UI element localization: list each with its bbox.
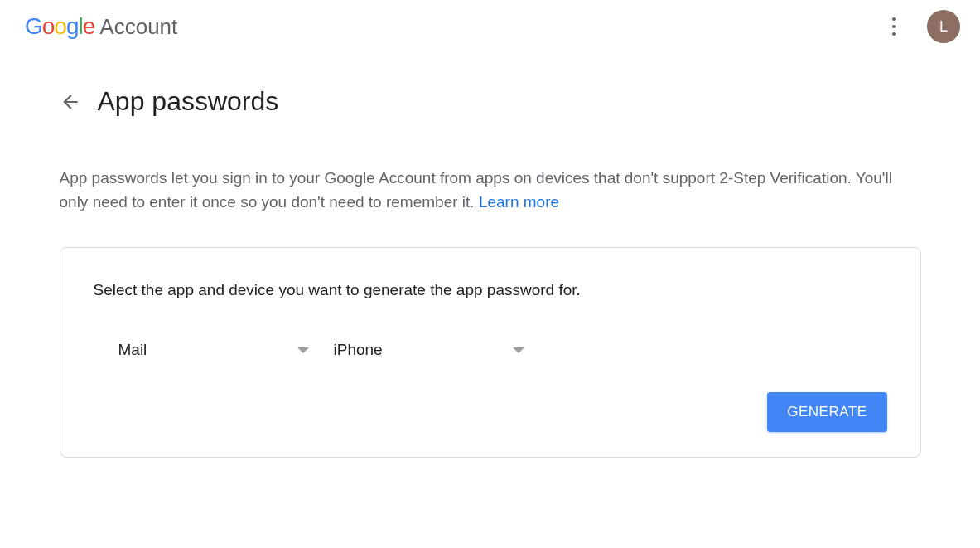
card-instruction: Select the app and device you want to ge… (94, 281, 887, 299)
selects-row: Mail iPhone (94, 341, 887, 359)
more-button[interactable] (877, 10, 910, 43)
google-logo: Google (25, 13, 94, 40)
header-actions: L (877, 10, 960, 43)
description-text: App passwords let you sign in to your Go… (60, 169, 892, 211)
app-select-value: Mail (118, 341, 147, 359)
device-select-value: iPhone (334, 341, 383, 359)
generate-button[interactable]: GENERATE (767, 392, 886, 432)
title-row: App passwords (60, 86, 921, 117)
page-title: App passwords (98, 86, 279, 117)
more-vert-icon (892, 17, 896, 36)
avatar[interactable]: L (927, 10, 960, 43)
app-select[interactable]: Mail (118, 341, 309, 359)
description: App passwords let you sign in to your Go… (60, 167, 921, 214)
header: Google Account L (0, 0, 980, 53)
learn-more-link[interactable]: Learn more (479, 193, 559, 211)
chevron-down-icon (297, 347, 309, 353)
account-label: Account (99, 14, 177, 40)
chevron-down-icon (513, 347, 524, 353)
device-select[interactable]: iPhone (334, 341, 524, 359)
arrow-left-icon (60, 91, 81, 113)
logo-area: Google Account (25, 13, 177, 40)
main-content: App passwords App passwords let you sign… (60, 53, 921, 458)
card-actions: GENERATE (94, 392, 887, 432)
back-button[interactable] (60, 91, 81, 113)
generate-card: Select the app and device you want to ge… (60, 247, 921, 458)
